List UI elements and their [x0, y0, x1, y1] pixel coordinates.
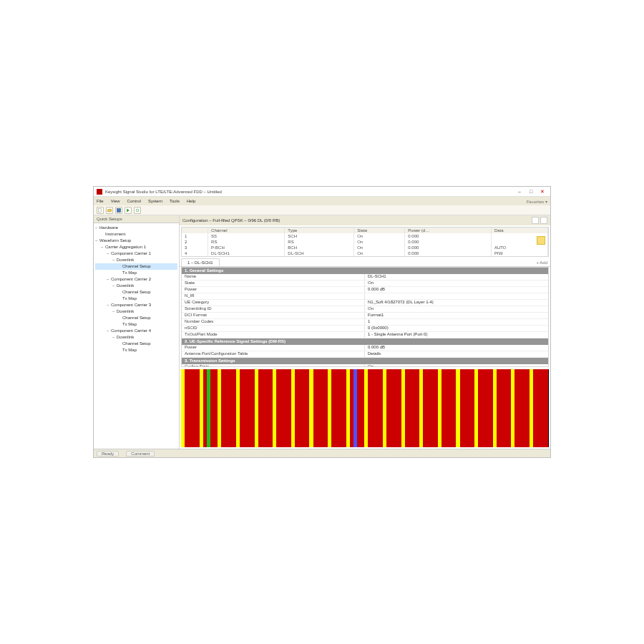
property-row[interactable]: Number Codes1 [182, 319, 548, 326]
channel-table[interactable]: ChannelTypeStatePower (d…Data1SSSCHOn0.0… [181, 227, 549, 257]
tree-node[interactable]: −Downlink [95, 283, 177, 289]
statusbar: Ready Comment [94, 449, 550, 457]
menubar: File View Control System Tools Help Favo… [94, 197, 550, 205]
preview-thumb[interactable] [537, 236, 545, 245]
app-icon [97, 189, 102, 195]
property-row[interactable]: Scrambling IDOn [182, 306, 548, 313]
tree-node[interactable]: −Waveform Setup [95, 238, 177, 244]
tree-node[interactable]: −Carrier Aggregation 1 [95, 244, 177, 250]
toolbar [94, 205, 550, 215]
tree-node[interactable]: −Downlink [95, 334, 177, 341]
table-row[interactable]: 4DL-SCH1DL-SCHOn0.000PN9 [182, 250, 548, 256]
table-row[interactable]: 1SSSCHOn0.000 [182, 233, 548, 239]
close-button[interactable]: ✕ [537, 188, 547, 195]
property-row[interactable]: StateOn [182, 280, 548, 287]
property-row[interactable]: N_IR [182, 293, 548, 300]
open-button[interactable] [106, 207, 113, 214]
tree-node[interactable]: Channel Setup [95, 289, 177, 296]
tree-node[interactable]: Channel Setup [95, 263, 177, 270]
property-row[interactable]: DCI FormatFormat1 [182, 313, 548, 319]
application-window: Keysight Signal Studio for LTE/LTE-Advan… [93, 186, 551, 458]
table-row[interactable]: 2RSRSOn0.000 [182, 239, 548, 245]
tree-node[interactable]: Instrument [95, 231, 177, 238]
status-tab-comment[interactable]: Comment [126, 451, 155, 457]
titlebar[interactable]: Keysight Signal Studio for LTE/LTE-Advan… [94, 187, 550, 197]
add-button[interactable]: + Add [536, 260, 547, 265]
svg-rect-0 [99, 208, 102, 212]
table-header[interactable] [182, 228, 208, 233]
table-header[interactable]: Power (d… [405, 228, 492, 233]
tree-node[interactable]: −Component Carrier 3 [95, 302, 177, 308]
property-row[interactable]: Power0.000 dB [182, 287, 548, 293]
nav-header: Quick Setups [94, 215, 179, 223]
menu-system[interactable]: System [148, 199, 162, 203]
tree-node[interactable]: Tx Map [95, 321, 177, 328]
tree-node[interactable]: Tx Map [95, 270, 177, 276]
favorites-label[interactable]: Favorites ▾ [527, 199, 547, 204]
tab-dlsch[interactable]: 1 – DL-SCH1 [181, 258, 220, 266]
tree-node[interactable]: Channel Setup [95, 341, 177, 347]
tree-node[interactable]: −Component Carrier 2 [95, 276, 177, 283]
table-header[interactable]: Channel [208, 228, 285, 233]
help-button[interactable] [540, 217, 547, 224]
tree-node[interactable]: −Downlink [95, 257, 177, 263]
maximize-button[interactable]: □ [526, 188, 536, 195]
table-header[interactable]: Data [491, 228, 547, 233]
navigation-panel: Quick Setups −HardwareInstrument−Wavefor… [94, 215, 180, 449]
tree-node[interactable]: −Component Carrier 4 [95, 328, 177, 334]
property-row[interactable]: Coding StateOn [182, 364, 548, 367]
update-button[interactable] [134, 207, 141, 214]
property-row[interactable]: Antenna Port/Configuration TableDetails [182, 351, 548, 358]
minimize-button[interactable]: – [514, 188, 525, 195]
new-button[interactable] [97, 207, 104, 214]
config-header: Configuration – Full-filled QPSK – 0/96 … [180, 215, 550, 225]
property-section[interactable]: 3. Transmission Settings [182, 358, 548, 364]
tree-node[interactable]: Channel Setup [95, 315, 177, 321]
property-row[interactable]: Power0.000 dB [182, 345, 548, 351]
svg-rect-1 [117, 208, 121, 212]
menu-control[interactable]: Control [127, 199, 141, 203]
svg-point-2 [136, 209, 139, 212]
menu-tools[interactable]: Tools [170, 199, 180, 203]
config-title: Configuration – Full-filled QPSK – 0/96 … [182, 218, 280, 223]
window-title: Keysight Signal Studio for LTE/LTE-Advan… [105, 190, 514, 194]
table-header[interactable]: State [354, 228, 405, 233]
property-section[interactable]: 2. UE-Specific Reference Signal Settings… [182, 338, 548, 345]
property-row[interactable]: TxOut/Part Mode1 - Single Antenna Port (… [182, 332, 548, 338]
tree-node[interactable]: −Downlink [95, 308, 177, 315]
property-section[interactable]: 1. General Settings [182, 268, 548, 274]
status-tab-ready[interactable]: Ready [97, 451, 119, 457]
property-row[interactable]: NameDL-SCH1 [182, 274, 548, 280]
table-row[interactable]: 3P-BCHBCHOn0.000AUTO [182, 245, 548, 250]
tree-node[interactable]: Tx Map [95, 347, 177, 353]
tree-node[interactable]: −Component Carrier 1 [95, 250, 177, 257]
nav-tree[interactable]: −HardwareInstrument−Waveform Setup−Carri… [94, 223, 179, 449]
resource-stripe [544, 369, 547, 447]
menu-file[interactable]: File [97, 199, 104, 203]
play-button[interactable] [125, 207, 132, 214]
menu-help[interactable]: Help [187, 199, 195, 203]
grid-button[interactable] [532, 217, 539, 224]
tree-node[interactable]: Tx Map [95, 296, 177, 302]
property-grid[interactable]: 1. General SettingsNameDL-SCH1StateOnPow… [181, 267, 549, 367]
menu-view[interactable]: View [111, 199, 120, 203]
property-row[interactable]: nSCID0 (0x0000) [182, 326, 548, 332]
table-header[interactable]: Type [285, 228, 354, 233]
tree-node[interactable]: −Hardware [95, 225, 177, 231]
tab-row: 1 – DL-SCH1 + Add [180, 258, 550, 267]
property-row[interactable]: UE CategoryN1_Soft 4/1827072 (DL Layer 1… [182, 300, 548, 306]
save-button[interactable] [115, 207, 122, 214]
resource-grid-viz[interactable] [181, 369, 549, 447]
main-panel: Configuration – Full-filled QPSK – 0/96 … [180, 215, 550, 449]
